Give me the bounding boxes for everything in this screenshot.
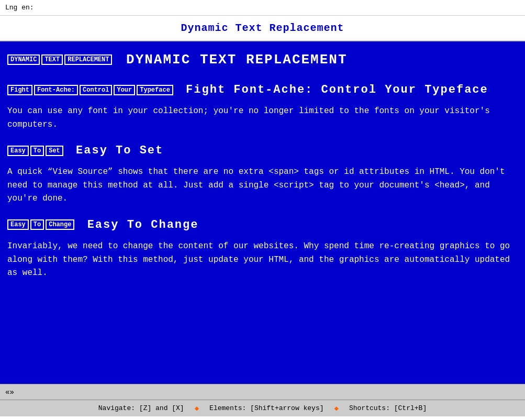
top-bar: Lng en: xyxy=(0,0,525,16)
title-bar: Dynamic Text Replacement xyxy=(0,16,525,41)
section-1-heading-row: DYNAMIC TEXT REPLACEMENT DYNAMIC TEXT RE… xyxy=(7,52,518,68)
section-1-heading: DYNAMIC TEXT REPLACEMENT xyxy=(117,52,347,68)
lng-label: Lng en: xyxy=(5,4,34,12)
badge-replacement: REPLACEMENT xyxy=(64,54,112,65)
badge-set: Set xyxy=(46,146,63,156)
badge-your: Your xyxy=(114,85,135,95)
nav-navigate: Navigate: [Z] and [X] xyxy=(98,404,184,412)
section-3-body: A quick “View Source” shows that there a… xyxy=(7,165,518,206)
badge-to-1: To xyxy=(30,146,44,156)
badge-to-2: To xyxy=(30,219,44,230)
section-2-heading: Fight Font-Ache: Control Your Typeface xyxy=(178,83,488,96)
badge-typeface: Typeface xyxy=(137,85,173,95)
section-4-heading: Easy To Change xyxy=(79,218,198,231)
nav-elements: Elements: [Shift+arrow keys] xyxy=(209,404,323,412)
section-2-heading-row: Fight Font-Ache: Control Your Typeface F… xyxy=(7,83,518,96)
badge-text: TEXT xyxy=(41,54,63,65)
nav-shortcuts: Shortcuts: [Ctrl+B] xyxy=(349,404,427,412)
badge-easy-2: Easy xyxy=(7,219,29,230)
badge-fight: Fight xyxy=(7,85,32,95)
badge-easy-1: Easy xyxy=(7,146,29,156)
badge-control: Control xyxy=(80,85,112,95)
page-title: Dynamic Text Replacement xyxy=(181,22,344,34)
section-4-heading-row: Easy To Change Easy To Change xyxy=(7,218,518,231)
nav-diamond-2: ◆ xyxy=(334,404,339,413)
nav-diamond-1: ◆ xyxy=(195,404,199,413)
badge-font-ache: Font-Ache: xyxy=(34,85,78,95)
section-2-body: You can use any font in your collection;… xyxy=(7,105,518,131)
section-3-heading-row: Easy To Set Easy To Set xyxy=(7,144,518,157)
badge-change: Change xyxy=(46,219,74,230)
section-3: Easy To Set Easy To Set A quick “View So… xyxy=(7,144,518,206)
main-content: DYNAMIC TEXT REPLACEMENT DYNAMIC TEXT RE… xyxy=(0,41,525,384)
bottom-tag-bar: «» xyxy=(0,384,525,400)
section-3-heading: Easy To Set xyxy=(68,144,163,157)
section-4: Easy To Change Easy To Change Invariably… xyxy=(7,218,518,280)
section-2: Fight Font-Ache: Control Your Typeface F… xyxy=(7,83,518,131)
section-1: DYNAMIC TEXT REPLACEMENT DYNAMIC TEXT RE… xyxy=(7,52,518,68)
badge-dynamic: DYNAMIC xyxy=(7,54,40,65)
nav-bar: Navigate: [Z] and [X] ◆ Elements: [Shift… xyxy=(0,400,525,416)
bottom-tag-symbol: «» xyxy=(5,388,14,396)
section-4-body: Invariably, we need to change the conten… xyxy=(7,240,518,280)
